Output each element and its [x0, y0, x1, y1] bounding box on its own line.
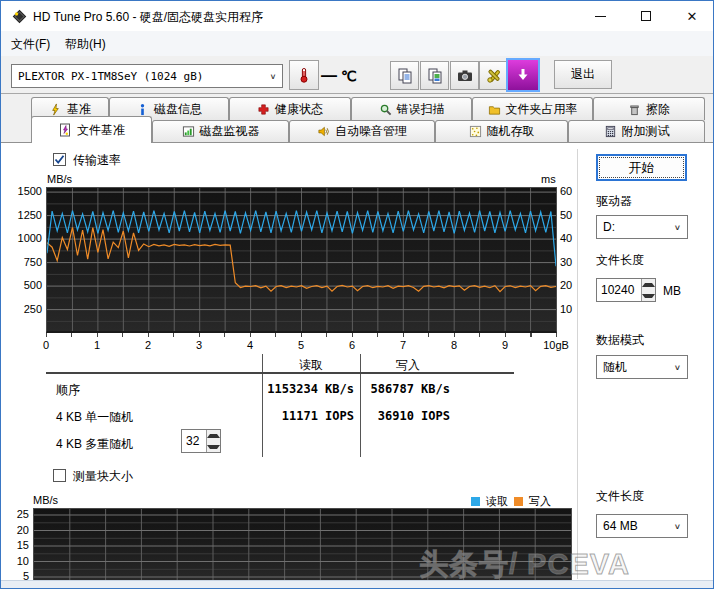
camera-icon	[456, 67, 474, 85]
axis-tick-label: 0	[43, 339, 49, 351]
spinner-down-button[interactable]	[642, 290, 655, 301]
read-legend-label: 读取	[486, 494, 508, 509]
hdtune-window: HD Tune Pro 5.60 - 硬盘/固态硬盘实用程序 ✕ 文件(F) 帮…	[0, 0, 714, 589]
bottom-file-length-combo[interactable]: 64 MB ∨	[596, 514, 688, 538]
block-size-checkbox[interactable]	[53, 469, 66, 482]
axis-tick-label: 10	[17, 555, 29, 567]
tab-label: 磁盘信息	[154, 101, 202, 118]
copy-text-icon	[396, 67, 414, 85]
erase-icon	[628, 103, 641, 116]
read-legend-swatch	[471, 497, 480, 506]
temperature-button[interactable]	[289, 60, 319, 90]
4k-single-read-value: 11171 IOPS	[262, 409, 354, 423]
x-axis-tickmarks	[46, 333, 558, 337]
tab-erase[interactable]: 擦除	[593, 97, 705, 120]
close-button[interactable]: ✕	[669, 1, 714, 31]
screenshot-button[interactable]	[450, 61, 479, 90]
tab-label: 文件基准	[77, 122, 125, 139]
folder-usage-icon	[488, 103, 501, 116]
spinner-up-button[interactable]	[642, 279, 655, 290]
drive-value: D:	[603, 220, 674, 234]
axis-tick-label: 30	[560, 256, 572, 268]
copy-text-button[interactable]	[390, 61, 419, 90]
thermometer-icon	[296, 67, 312, 83]
file-benchmark-icon	[58, 123, 72, 137]
chart-legend: 读取 写入	[471, 494, 551, 509]
title-bar: HD Tune Pro 5.60 - 硬盘/固态硬盘实用程序 ✕	[1, 1, 713, 31]
chevron-down-icon: ∨	[674, 522, 681, 531]
close-icon: ✕	[687, 10, 698, 23]
health-icon	[257, 103, 270, 116]
window-bottom-edge	[1, 580, 713, 588]
axis-tick-label: 20	[560, 279, 572, 291]
tab-random-access[interactable]: 随机存取	[435, 120, 568, 142]
transfer-rate-checkbox[interactable]	[53, 153, 66, 166]
window-title: HD Tune Pro 5.60 - 硬盘/固态硬盘实用程序	[33, 9, 263, 26]
tab-file-benchmark[interactable]: 文件基准	[31, 116, 152, 143]
axis-tick-label: 6	[349, 339, 355, 351]
data-mode-combo[interactable]: 随机 ∨	[596, 355, 688, 379]
tab-health[interactable]: 健康状态	[229, 97, 351, 120]
x-axis-ticks: 012345678910gB	[46, 339, 586, 353]
checkmark-icon	[54, 154, 65, 165]
axis-tick-label: 4	[247, 339, 253, 351]
tab-label: 自动噪音管理	[335, 123, 407, 140]
drive-combo[interactable]: D: ∨	[596, 215, 688, 239]
tab-label: 附加测试	[622, 123, 670, 140]
tab-label: 擦除	[646, 101, 670, 118]
aam-icon	[317, 125, 330, 138]
row-label-4k-single: 4 KB 单一随机	[56, 409, 133, 426]
axis-tick-label: 25	[17, 508, 29, 520]
arrow-down-icon	[642, 294, 655, 298]
queue-depth-value: 32	[182, 430, 206, 452]
block-chart-y-ticks: 252015105	[9, 1, 29, 589]
random-access-icon	[469, 125, 482, 138]
data-mode-value: 随机	[603, 359, 674, 376]
options-icon	[485, 67, 503, 85]
axis-tick-label: 15	[17, 539, 29, 551]
block-size-label: 测量块大小	[73, 468, 133, 485]
panel-divider	[577, 149, 578, 579]
row-label-4k-multi: 4 KB 多重随机	[56, 436, 133, 453]
y-axis-unit-right: ms	[541, 173, 556, 185]
temperature-value: —	[321, 67, 337, 85]
extra-tests-icon	[604, 125, 617, 138]
axis-tick-label: 50	[560, 209, 572, 221]
file-length-label: 文件长度	[596, 252, 644, 269]
benchmark-icon	[49, 103, 62, 116]
tab-label: 健康状态	[275, 101, 323, 118]
y-axis-unit-left: MB/s	[47, 173, 72, 185]
axis-tick-label: 40	[560, 232, 572, 244]
disk-monitor-icon	[182, 125, 195, 138]
drive-select-combo[interactable]: PLEXTOR PX-1TM8SeY (1024 gB) ∨	[11, 64, 283, 88]
tab-aam[interactable]: 自动噪音管理	[289, 120, 435, 142]
update-download-button[interactable]	[506, 58, 540, 92]
tab-disk-monitor[interactable]: 磁盘监视器	[152, 120, 289, 142]
error-scan-icon	[379, 103, 392, 116]
start-button[interactable]: 开始	[596, 154, 687, 181]
menu-bar	[1, 31, 713, 56]
axis-tick-label: 20	[17, 524, 29, 536]
options-button[interactable]	[479, 61, 508, 90]
queue-depth-spinner[interactable]: 32	[181, 429, 221, 453]
copy-image-button[interactable]	[420, 61, 449, 90]
axis-tick-label: 3	[196, 339, 202, 351]
axis-tick-label: 10	[560, 303, 572, 315]
disk-info-icon	[136, 103, 149, 116]
spinner-down-button[interactable]	[207, 441, 220, 452]
download-icon	[514, 66, 532, 84]
data-mode-label: 数据模式	[596, 332, 644, 349]
tab-error-scan[interactable]: 错误扫描	[351, 97, 472, 120]
drive-select-value: PLEXTOR PX-1TM8SeY (1024 gB)	[18, 70, 270, 83]
file-length-spinner[interactable]: 10240	[596, 278, 656, 302]
axis-tick-label: 5	[298, 339, 304, 351]
minimize-icon	[595, 16, 606, 17]
temperature-unit: ℃	[341, 68, 357, 84]
chevron-down-icon: ∨	[270, 72, 276, 81]
menu-help[interactable]: 帮助(H)	[65, 36, 106, 53]
maximize-button[interactable]	[623, 1, 669, 31]
axis-tick-label: 2	[145, 339, 151, 351]
sequential-write-value: 586787 KB/s	[360, 382, 450, 396]
chevron-down-icon: ∨	[674, 223, 681, 232]
spinner-up-button[interactable]	[207, 430, 220, 441]
